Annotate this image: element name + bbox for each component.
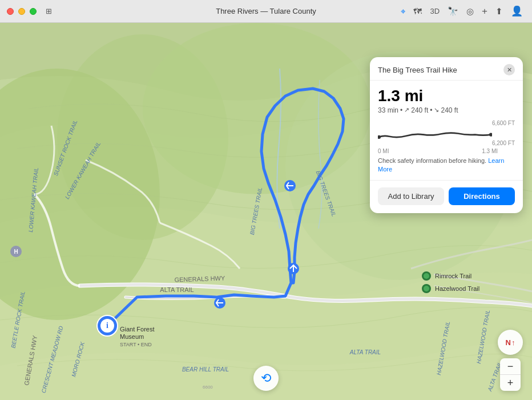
distance-end-label: 1.3 MI	[482, 148, 498, 154]
card-title: The Big Trees Trail Hike	[378, 66, 457, 74]
compass-arrow-icon: ↑	[511, 338, 515, 347]
face-id-icon[interactable]: ◎	[466, 6, 474, 17]
map-view[interactable]: i GENERALS HWY ALTA TRAIL BIG TREES TRAI…	[0, 23, 532, 400]
svg-point-40	[489, 133, 492, 136]
add-to-library-button[interactable]: Add to Library	[378, 187, 444, 205]
elevation-min-label: 6,200 FT	[492, 140, 515, 146]
card-stats: 33 min • ↗ 240 ft • ↘ 240 ft	[378, 106, 515, 114]
map-controls: N ↑ − +	[498, 330, 523, 391]
compass-n-label: N	[506, 338, 511, 347]
svg-text:Giant Forest: Giant Forest	[120, 326, 155, 333]
window-title: Three Rivers — Tulare County	[216, 7, 316, 15]
elevation-chart: 6,600 FT 6,200 FT 0 MI 1.3 MI	[378, 120, 515, 154]
elevation-svg	[378, 120, 492, 147]
toolbar-controls: ⌖ 🗺 3D 🔭 ◎ + ⬆ 👤	[401, 5, 523, 17]
recenter-icon: ⟲	[261, 371, 271, 386]
zoom-in-button[interactable]: +	[500, 375, 521, 391]
card-distance: 1.3 mi	[378, 87, 515, 105]
map-icon[interactable]: 🗺	[413, 6, 422, 16]
card-actions: Add to Library Directions	[370, 180, 523, 213]
window-controls	[7, 8, 37, 15]
svg-text:H: H	[14, 249, 18, 255]
elevation-gain-stat: 240 ft	[411, 106, 428, 114]
up-arrow-icon: ↗	[404, 106, 409, 114]
svg-text:BEAR HILL TRAIL: BEAR HILL TRAIL	[182, 366, 229, 373]
svg-text:ALTA TRAIL: ALTA TRAIL	[349, 349, 381, 355]
svg-text:Hazelwood Trail: Hazelwood Trail	[435, 285, 479, 292]
distance-start-label: 0 MI	[378, 148, 389, 154]
svg-text:Rimrock Trail: Rimrock Trail	[435, 273, 471, 279]
share-icon[interactable]: ⬆	[495, 6, 503, 17]
elevation-x-labels: 0 MI 1.3 MI	[378, 148, 498, 154]
zoom-controls: − +	[500, 358, 521, 391]
elevation-max-label: 6,600 FT	[492, 120, 515, 126]
account-icon[interactable]: 👤	[511, 5, 523, 17]
time-stat: 33 min	[378, 106, 398, 114]
svg-point-14	[424, 286, 429, 291]
svg-text:START • END: START • END	[120, 342, 152, 347]
svg-text:i: i	[106, 321, 108, 330]
minimize-button[interactable]	[18, 8, 25, 15]
svg-text:Museum: Museum	[120, 333, 144, 340]
svg-text:ALTA TRAIL: ALTA TRAIL	[160, 286, 194, 293]
directions-button[interactable]: Directions	[449, 187, 515, 205]
card-close-button[interactable]: ✕	[503, 64, 515, 75]
zoom-out-button[interactable]: −	[500, 358, 521, 374]
card-body: 1.3 mi 33 min • ↗ 240 ft • ↘ 240 ft 6,60…	[370, 81, 523, 174]
add-icon[interactable]: +	[482, 6, 487, 17]
card-warning: Check safety information before hiking. …	[378, 157, 515, 174]
maximize-button[interactable]	[30, 8, 37, 15]
warning-text: Check safety information before hiking.	[378, 157, 486, 164]
recenter-button[interactable]: ⟲	[253, 366, 279, 391]
window-icon: ⊞	[46, 7, 52, 15]
compass-button[interactable]: N ↑	[498, 330, 523, 355]
card-header: The Big Trees Trail Hike ✕	[370, 57, 523, 81]
binoculars-icon[interactable]: 🔭	[448, 6, 458, 17]
titlebar: ⊞ Three Rivers — Tulare County ⌖ 🗺 3D 🔭 …	[0, 0, 532, 23]
svg-point-12	[424, 273, 429, 279]
elevation-loss-stat: 240 ft	[441, 106, 458, 114]
3d-button[interactable]: 3D	[430, 7, 440, 15]
down-arrow-icon: ↘	[434, 106, 439, 114]
location-arrow-icon[interactable]: ⌖	[401, 6, 405, 17]
svg-text:6600: 6600	[203, 385, 213, 390]
info-card: The Big Trees Trail Hike ✕ 1.3 mi 33 min…	[370, 57, 523, 213]
close-button[interactable]	[7, 8, 14, 15]
svg-point-39	[378, 135, 381, 138]
elevation-y-labels: 6,600 FT 6,200 FT	[492, 120, 515, 146]
